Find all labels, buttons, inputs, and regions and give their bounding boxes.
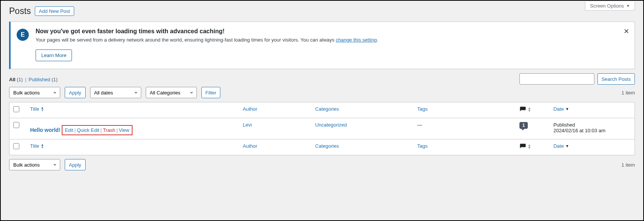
close-icon: ✕ bbox=[624, 28, 629, 35]
sort-icon: ▲▼ bbox=[528, 144, 531, 149]
notice-headline: Now you've got even faster loading times… bbox=[36, 28, 378, 35]
admin-notice: E Now you've got even faster loading tim… bbox=[9, 22, 635, 69]
screen-options-toggle[interactable]: Screen Options ▼ bbox=[585, 2, 635, 11]
column-title-sort[interactable]: Title ▲▼ bbox=[30, 106, 44, 112]
filter-all[interactable]: All (1) bbox=[9, 77, 23, 82]
post-title-link[interactable]: Hello world! bbox=[30, 127, 60, 133]
posts-table: Title ▲▼ Author Categories Tags ▲▼ Date bbox=[9, 102, 635, 155]
paging-info-top: 1 item bbox=[622, 90, 635, 96]
change-setting-link[interactable]: change this setting bbox=[336, 37, 377, 43]
sort-icon: ▲▼ bbox=[41, 144, 44, 149]
elementor-icon: E bbox=[17, 29, 29, 41]
bulk-actions-select-bottom[interactable]: Bulk actions bbox=[9, 159, 60, 170]
add-new-post-button[interactable]: Add New Post bbox=[35, 6, 74, 16]
column-comments-sort[interactable]: ▲▼ bbox=[519, 106, 531, 113]
sort-icon: ▲▼ bbox=[41, 107, 44, 112]
paging-info-bottom: 1 item bbox=[622, 162, 635, 168]
category-link[interactable]: Uncategorized bbox=[315, 122, 347, 128]
learn-more-button[interactable]: Learn More bbox=[36, 49, 72, 61]
apply-button-bottom[interactable]: Apply bbox=[65, 159, 86, 170]
tags-cell: — bbox=[413, 118, 516, 139]
notice-body: Your pages will be served from a deliver… bbox=[36, 37, 378, 43]
view-link[interactable]: View bbox=[119, 127, 129, 133]
publish-status: Published bbox=[554, 122, 575, 128]
column-date-sort-bottom[interactable]: Date ▼ bbox=[554, 143, 569, 149]
bulk-actions-select-top[interactable]: Bulk actions bbox=[9, 87, 60, 98]
select-all-top[interactable] bbox=[13, 106, 19, 112]
edit-link[interactable]: Edit bbox=[65, 127, 73, 133]
search-posts-button[interactable]: Search Posts bbox=[597, 73, 635, 85]
apply-button-top[interactable]: Apply bbox=[65, 87, 86, 98]
screen-options-label: Screen Options bbox=[590, 3, 624, 9]
column-title-sort-bottom[interactable]: Title ▲▼ bbox=[30, 143, 44, 149]
search-input[interactable] bbox=[519, 73, 594, 85]
category-filter-select[interactable]: All Categories bbox=[146, 87, 197, 98]
column-tags-bottom: Tags bbox=[413, 139, 516, 155]
sort-icon: ▲▼ bbox=[528, 107, 531, 112]
column-tags: Tags bbox=[413, 102, 516, 118]
comment-icon bbox=[519, 143, 526, 150]
comment-icon bbox=[519, 106, 526, 113]
chevron-down-icon: ▼ bbox=[626, 4, 630, 8]
column-date-sort[interactable]: Date ▼ bbox=[554, 106, 569, 112]
column-categories: Categories bbox=[311, 102, 413, 118]
publish-date: 2024/02/16 at 10:03 am bbox=[554, 128, 605, 133]
filter-published[interactable]: Published (1) bbox=[29, 77, 58, 82]
select-all-bottom[interactable] bbox=[13, 143, 19, 149]
column-categories-bottom: Categories bbox=[311, 139, 413, 155]
select-row-checkbox[interactable] bbox=[13, 122, 19, 128]
comment-count-badge[interactable]: 1 bbox=[519, 122, 528, 129]
sort-icon: ▼ bbox=[565, 144, 569, 148]
filter-button[interactable]: Filter bbox=[201, 87, 221, 98]
column-author-bottom: Author bbox=[239, 139, 311, 155]
column-author: Author bbox=[239, 102, 311, 118]
row-actions-highlight: Edit|Quick Edit|Trash|View bbox=[62, 125, 133, 135]
date-filter-select[interactable]: All dates bbox=[90, 87, 141, 98]
dismiss-notice-button[interactable]: ✕ bbox=[624, 27, 629, 36]
quick-edit-link[interactable]: Quick Edit bbox=[77, 127, 99, 133]
trash-link[interactable]: Trash bbox=[103, 127, 115, 133]
author-link[interactable]: Levi bbox=[243, 122, 252, 128]
table-row: Hello world! Edit|Quick Edit|Trash|View … bbox=[9, 118, 635, 139]
page-title: Posts bbox=[9, 6, 31, 16]
column-comments-sort-bottom[interactable]: ▲▼ bbox=[519, 143, 531, 150]
sort-icon: ▼ bbox=[565, 107, 569, 111]
